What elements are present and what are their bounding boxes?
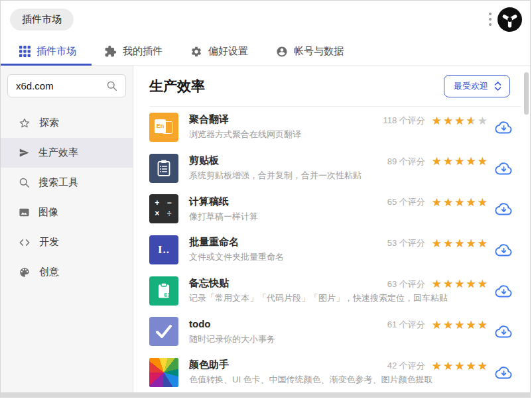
window-bottom-edge (1, 392, 530, 397)
search-icon (19, 177, 30, 188)
plugin-row-color-helper[interactable]: 颜色助手 色值转换、UI 色卡、中国传统颜色、渐变色参考、图片颜色提取 42 个… (149, 352, 530, 393)
sort-dropdown[interactable]: 最受欢迎 (444, 75, 510, 97)
tab-plugin-market[interactable]: 插件市场 (19, 45, 76, 58)
gear-icon (190, 46, 202, 58)
download-button[interactable] (495, 365, 513, 379)
plugin-desc: 浏览器方式聚合在线网页翻译 (189, 129, 301, 141)
grid-icon (19, 46, 31, 57)
ratings-count: 42 个评分 (387, 360, 425, 372)
plugin-row-calculator[interactable]: + − × ÷ 计算稿纸 像打草稿一样计算 65 个评分 ★★★★★★★★★★ (149, 188, 530, 229)
rating-stars: ★★★★★★★★★★ (432, 197, 489, 208)
sidebar-item-creative[interactable]: 创意 (1, 257, 133, 287)
plugin-desc: 随时记录你的大小事务 (189, 333, 275, 345)
app-logo-icon (498, 7, 522, 32)
tab-my-plugins[interactable]: 我的插件 (104, 45, 163, 58)
download-button[interactable] (495, 120, 513, 134)
scrollbar-track[interactable] (523, 68, 529, 391)
main-content: 生产效率 最受欢迎 En 聚合翻译 浏览器方式聚合在线网页翻译 (133, 66, 530, 392)
tab-preferences[interactable]: 偏好设置 (190, 45, 248, 58)
cloud-download-icon (495, 161, 513, 175)
active-tab-underline (1, 64, 92, 66)
plugin-row-clipboard[interactable]: 剪贴板 系统剪贴板增强，合并复制，合并一次性粘贴 89 个评分 ★★★★★★★★… (149, 148, 530, 189)
cloud-download-icon (495, 284, 513, 298)
plugin-name: 计算稿纸 (189, 196, 258, 207)
sidebar: 探索 生产效率 搜索工具 图像 (1, 66, 133, 392)
memo-tile-icon (149, 276, 178, 306)
sidebar-item-productivity[interactable]: 生产效率 (1, 138, 133, 168)
page-title: 生产效率 (149, 77, 205, 95)
plugin-desc: 记录「常用文本」「代码片段」「图片」，快速搜索定位，回车粘贴 (189, 292, 448, 304)
star-icon (19, 117, 31, 129)
sidebar-item-explore[interactable]: 探索 (1, 108, 133, 138)
rename-tile-icon: I.. (149, 235, 178, 264)
ratings-count: 61 个评分 (387, 319, 425, 331)
cloud-download-icon (495, 202, 513, 216)
sidebar-item-develop[interactable]: 开发 (1, 227, 133, 257)
plugin-name: todo (189, 318, 275, 330)
sort-label: 最受欢迎 (454, 80, 488, 92)
rating-stars: ★★★★★★★★★★ (432, 156, 489, 167)
download-button[interactable] (495, 284, 513, 298)
search-input[interactable] (16, 80, 106, 91)
scrollbar-thumb[interactable] (524, 72, 529, 115)
sidebar-item-label: 创意 (39, 266, 59, 278)
plugin-desc: 系统剪贴板增强，合并复制，合并一次性粘贴 (189, 170, 362, 182)
plugin-desc: 像打草稿一样计算 (189, 211, 258, 223)
sidebar-item-label: 生产效率 (38, 146, 78, 159)
cloud-download-icon (495, 325, 513, 339)
cloud-download-icon (495, 365, 513, 379)
titlebar: 插件市场 (1, 1, 530, 38)
app-title-badge: 插件市场 (10, 9, 74, 30)
rating-stars: ★★★★★★★★★★ (432, 361, 489, 372)
ratings-count: 89 个评分 (387, 156, 425, 168)
download-button[interactable] (495, 243, 513, 256)
image-icon (19, 207, 30, 218)
calculator-tile-icon: + − × ÷ (149, 194, 178, 223)
plugin-name: 批量重命名 (189, 236, 284, 248)
tab-label: 我的插件 (123, 45, 163, 58)
send-icon (19, 147, 30, 158)
sidebar-item-label: 探索 (39, 117, 59, 129)
app-window: 插件市场 插件市场 (0, 0, 531, 398)
tab-label: 偏好设置 (208, 45, 248, 58)
rating-stars: ★★★★★★★★★★ (432, 115, 489, 127)
puzzle-icon (104, 45, 117, 58)
download-button[interactable] (495, 325, 513, 339)
tab-label: 帐号与数据 (294, 45, 344, 58)
tab-account-data[interactable]: 帐号与数据 (276, 45, 344, 58)
plugin-row-translate[interactable]: En 聚合翻译 浏览器方式聚合在线网页翻译 118 个评分 ★★★★★★★★★★ (149, 107, 530, 148)
plugin-desc: 色值转换、UI 色卡、中国传统颜色、渐变色参考、图片颜色提取 (189, 374, 433, 386)
plugin-name: 剪贴板 (189, 154, 362, 166)
sidebar-item-search-tools[interactable]: 搜索工具 (1, 168, 133, 198)
ratings-count: 65 个评分 (387, 196, 425, 208)
search-icon (106, 80, 117, 91)
ratings-count: 63 个评分 (387, 278, 425, 290)
search-box[interactable] (7, 74, 126, 97)
plugin-row-todo[interactable]: todo 随时记录你的大小事务 61 个评分 ★★★★★★★★★★ (149, 311, 530, 352)
plugin-desc: 文件或文件夹批量重命名 (189, 251, 284, 263)
rating-stars: ★★★★★★★★★★ (432, 278, 489, 290)
chevron-up-down-icon (494, 82, 501, 91)
cloud-download-icon (495, 243, 513, 256)
sidebar-item-label: 搜索工具 (38, 176, 78, 189)
tab-bar: 插件市场 我的插件 偏好设置 帐号与数据 (1, 38, 530, 66)
sidebar-item-images[interactable]: 图像 (1, 198, 133, 227)
rating-stars: ★★★★★★★★★★ (432, 238, 489, 249)
download-button[interactable] (495, 202, 513, 216)
plugin-row-batch-rename[interactable]: I.. 批量重命名 文件或文件夹批量重命名 53 个评分 ★★★★★★★★★★ (149, 229, 530, 270)
user-icon (276, 46, 288, 58)
plugin-name: 聚合翻译 (189, 113, 301, 125)
download-button[interactable] (495, 161, 513, 175)
translate-tile-icon: En (149, 113, 178, 142)
sidebar-item-label: 图像 (38, 206, 58, 219)
rating-stars: ★★★★★★★★★★ (432, 319, 489, 331)
kebab-menu-icon[interactable] (486, 9, 494, 30)
tab-label: 插件市场 (36, 45, 76, 58)
color-wheel-tile-icon (149, 358, 178, 387)
plugin-row-memo[interactable]: 备忘快贴 记录「常用文本」「代码片段」「图片」，快速搜索定位，回车粘贴 63 个… (149, 270, 530, 312)
ratings-count: 53 个评分 (387, 237, 425, 249)
todo-check-tile-icon (149, 317, 178, 346)
palette-icon (19, 266, 31, 278)
cloud-download-icon (495, 120, 513, 134)
clipboard-tile-icon (149, 154, 178, 183)
